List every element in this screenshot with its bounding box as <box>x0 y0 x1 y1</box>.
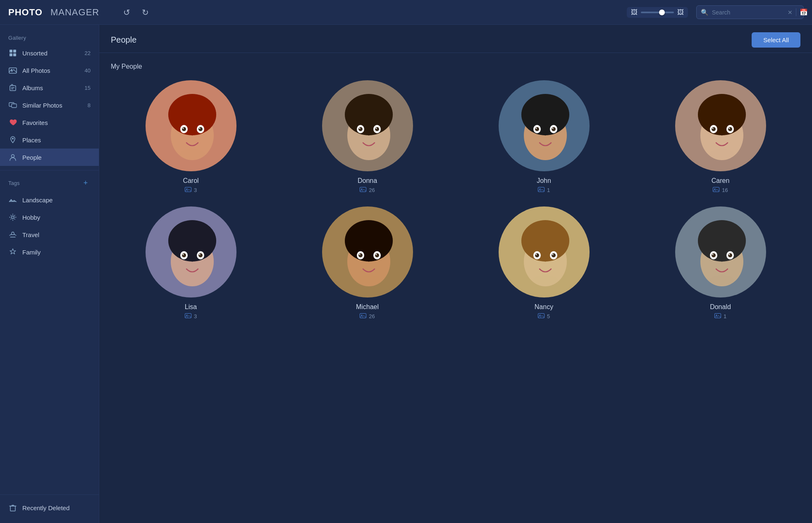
person-card-nancy[interactable]: Nancy 5 <box>464 206 624 319</box>
photo-count-icon-caren <box>713 187 719 193</box>
svg-rect-61 <box>713 187 719 192</box>
person-avatar-donna <box>322 80 413 171</box>
svg-point-74 <box>186 315 187 316</box>
person-avatar-lisa <box>146 206 236 297</box>
svg-point-101 <box>698 220 746 262</box>
logo-manager: MANAGER <box>50 7 99 18</box>
svg-point-35 <box>375 128 377 129</box>
logo-photo: PHOTO <box>8 7 43 18</box>
sidebar-item-similar-photos[interactable]: Similar Photos 8 <box>0 96 99 114</box>
svg-rect-49 <box>538 187 544 192</box>
svg-point-53 <box>698 94 746 135</box>
zoom-slider[interactable] <box>641 12 674 13</box>
sidebar-item-landscape[interactable]: Landscape <box>0 191 99 209</box>
sidebar-item-unsorted[interactable]: Unsorted 22 <box>0 44 99 62</box>
unsorted-icon <box>8 48 17 58</box>
svg-rect-6 <box>10 86 16 91</box>
person-name-nancy: Nancy <box>535 303 553 311</box>
svg-point-77 <box>345 220 393 262</box>
person-avatar-carol <box>146 80 236 171</box>
search-bar: 🔍 ✕ 📅 <box>696 5 804 19</box>
photo-count-icon-donna <box>360 187 366 193</box>
svg-point-83 <box>375 254 377 255</box>
logo-separator <box>45 7 48 18</box>
sidebar-bottom: Recently Deleted <box>0 490 99 516</box>
svg-point-80 <box>358 253 363 257</box>
select-all-button[interactable]: Select All <box>752 32 800 48</box>
sidebar-item-people[interactable]: People <box>0 149 99 166</box>
photo-count-icon-carol <box>185 187 191 193</box>
content-body: My People <box>99 53 812 523</box>
person-count-carol: 3 <box>185 187 197 193</box>
search-clear-icon[interactable]: ✕ <box>788 9 793 16</box>
topbar-actions: ↺ ↻ <box>120 6 152 19</box>
svg-point-70 <box>182 254 184 255</box>
unsorted-label: Unsorted <box>22 50 80 57</box>
svg-rect-10 <box>12 104 17 108</box>
svg-rect-73 <box>185 314 191 318</box>
undo-button[interactable]: ↺ <box>120 6 134 19</box>
person-count-michael: 26 <box>360 313 375 319</box>
svg-rect-37 <box>360 187 366 192</box>
sidebar-divider <box>0 170 99 170</box>
hobby-icon <box>8 213 17 222</box>
svg-point-84 <box>356 275 381 285</box>
tags-add-button[interactable]: + <box>81 178 91 188</box>
person-card-donald[interactable]: Donald 1 <box>640 206 800 319</box>
similar-photos-count: 8 <box>88 102 91 108</box>
sidebar-item-albums[interactable]: Albums 15 <box>0 79 99 96</box>
person-card-carol[interactable]: Carol 3 <box>111 80 271 193</box>
svg-rect-7 <box>11 87 14 88</box>
favorites-label: Favorites <box>22 119 91 126</box>
photo-count-icon-donald <box>714 313 721 319</box>
svg-point-56 <box>712 127 716 131</box>
person-card-donna[interactable]: Donna 26 <box>287 80 447 193</box>
sidebar-item-favorites[interactable]: Favorites <box>0 114 99 131</box>
svg-point-22 <box>182 128 184 129</box>
svg-point-107 <box>728 254 730 255</box>
photo-count-icon-lisa <box>185 313 191 319</box>
svg-point-60 <box>709 149 734 159</box>
search-icon: 🔍 <box>701 9 709 16</box>
svg-rect-2 <box>10 53 12 56</box>
svg-point-93 <box>552 253 556 257</box>
svg-point-38 <box>361 189 363 190</box>
svg-point-44 <box>535 127 539 131</box>
person-card-lisa[interactable]: Lisa 3 <box>111 206 271 319</box>
svg-point-21 <box>198 127 203 131</box>
person-card-michael[interactable]: Michael 26 <box>287 206 447 319</box>
sidebar-item-places[interactable]: Places <box>0 131 99 149</box>
gallery-section-label: Gallery <box>0 31 99 44</box>
svg-point-68 <box>182 253 186 257</box>
sidebar-item-all-photos[interactable]: All Photos 40 <box>0 62 99 79</box>
albums-count: 15 <box>85 85 91 91</box>
people-label: People <box>22 154 91 161</box>
sidebar-item-family[interactable]: Family <box>0 243 99 261</box>
person-count-donna: 26 <box>360 187 375 193</box>
svg-point-72 <box>180 275 205 285</box>
svg-rect-97 <box>538 314 544 318</box>
person-card-caren[interactable]: Caren 16 <box>640 80 800 193</box>
person-name-carol: Carol <box>183 177 198 185</box>
redo-button[interactable]: ↻ <box>139 6 152 19</box>
sidebar-item-hobby[interactable]: Hobby <box>0 209 99 226</box>
landscape-icon <box>8 195 17 204</box>
person-avatar-donald <box>675 206 766 297</box>
calendar-icon[interactable]: 📅 <box>796 8 808 16</box>
sidebar-item-travel[interactable]: Travel <box>0 226 99 243</box>
svg-point-104 <box>712 253 716 257</box>
sidebar-item-recently-deleted[interactable]: Recently Deleted <box>0 499 99 516</box>
svg-point-47 <box>552 128 553 129</box>
search-input[interactable] <box>712 9 784 16</box>
person-avatar-john <box>499 80 590 171</box>
similar-photos-icon <box>8 101 17 110</box>
zoom-slider-thumb <box>659 10 665 15</box>
svg-point-98 <box>539 315 540 316</box>
tags-header: Tags + <box>0 175 99 191</box>
photo-count-icon-nancy <box>538 313 545 319</box>
person-card-john[interactable]: John 1 <box>464 80 624 193</box>
person-name-donna: Donna <box>358 177 377 185</box>
svg-point-59 <box>728 128 730 129</box>
zoom-controls: 🖼 🖼 <box>627 7 688 18</box>
svg-point-32 <box>358 127 363 131</box>
